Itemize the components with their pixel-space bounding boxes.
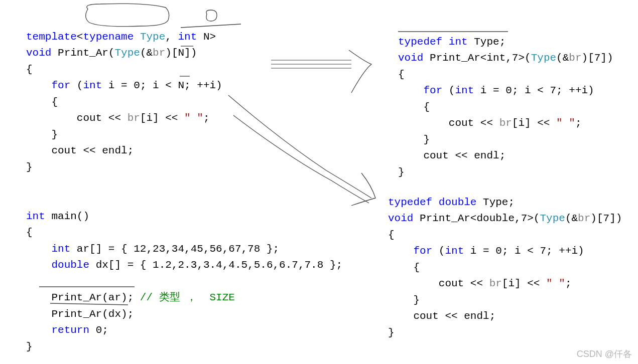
arrow-2-head — [351, 173, 375, 206]
main-code-block: int main() { int ar[] = { 12,23,34,45,56… — [26, 192, 342, 355]
arrow-2-line1 — [228, 95, 371, 198]
arrow-1-head — [349, 50, 371, 93]
double-instantiation-block: typedef double Type; void Print_Ar<doubl… — [388, 178, 622, 341]
arrow-2-line2 — [233, 115, 369, 203]
watermark: CSDN @仟各 — [577, 348, 632, 360]
template-code-block: template<typename Type, int N> void Prin… — [26, 13, 222, 175]
kw-template: template — [26, 31, 77, 43]
arrow-1-body — [271, 60, 351, 68]
int-instantiation-block: typedef int Type; void Print_Ar<int,7>(T… — [398, 18, 613, 180]
